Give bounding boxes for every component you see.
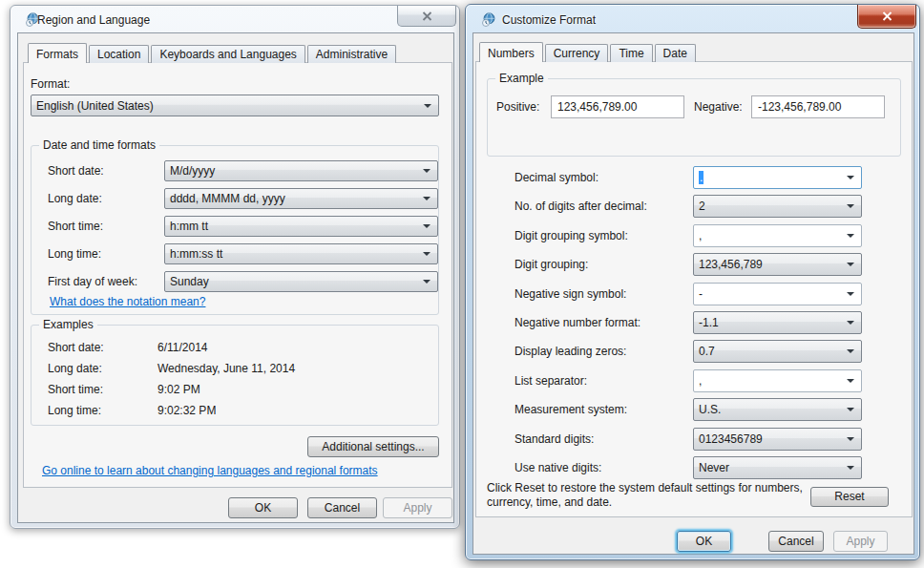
format-label: Format: bbox=[31, 77, 70, 91]
additional-settings-button[interactable]: Additional settings... bbox=[307, 436, 439, 457]
example-value: 9:02 PM bbox=[158, 383, 200, 396]
row-label: Measurement system: bbox=[514, 403, 627, 416]
tab-location[interactable]: Location bbox=[89, 45, 149, 63]
chevron-down-icon bbox=[423, 197, 430, 200]
negative-format-row: Negative number format: -1.1 bbox=[514, 311, 910, 334]
close-icon bbox=[422, 11, 432, 21]
chevron-down-icon bbox=[847, 408, 854, 411]
tab-administrative[interactable]: Administrative bbox=[307, 45, 396, 63]
chevron-down-icon bbox=[847, 466, 854, 470]
tab-keyboards-languages[interactable]: Keyboards and Languages bbox=[151, 45, 304, 63]
example-value: Wednesday, June 11, 2014 bbox=[158, 362, 295, 375]
tab-formats[interactable]: Formats bbox=[28, 43, 87, 63]
use-native-digits-combo[interactable]: Never bbox=[693, 456, 862, 479]
example-label: Long time: bbox=[48, 404, 101, 417]
tab-numbers[interactable]: Numbers bbox=[479, 42, 543, 62]
long-time-row: Long time: h:mm:ss tt bbox=[48, 243, 439, 264]
short-date-combo[interactable]: M/d/yyyy bbox=[164, 160, 438, 181]
chevron-down-icon bbox=[847, 204, 854, 208]
negative-example-field[interactable]: -123,456,789.00 bbox=[751, 95, 885, 118]
close-button[interactable] bbox=[857, 5, 916, 29]
digits-after-decimal-row: No. of digits after decimal: 2 bbox=[514, 195, 910, 218]
format-value: English (United States) bbox=[36, 99, 154, 113]
decimal-symbol-combo[interactable]: . bbox=[693, 166, 862, 189]
example-label: Short date: bbox=[48, 341, 104, 354]
chevron-down-icon bbox=[847, 379, 854, 383]
close-icon bbox=[882, 11, 892, 21]
chevron-down-icon bbox=[847, 349, 854, 353]
close-button[interactable] bbox=[397, 6, 456, 27]
format-combo[interactable]: English (United States) bbox=[31, 95, 439, 116]
display-leading-zeros-combo[interactable]: 0.7 bbox=[693, 340, 862, 363]
example-label: Short time: bbox=[48, 383, 103, 396]
go-online-link[interactable]: Go online to learn about changing langua… bbox=[42, 464, 378, 477]
chevron-down-icon bbox=[847, 263, 854, 266]
cancel-button[interactable]: Cancel bbox=[307, 497, 377, 518]
first-day-combo[interactable]: Sunday bbox=[164, 271, 438, 292]
region-dialog-body: Formats Location Keyboards and Languages… bbox=[17, 32, 454, 523]
digit-grouping-symbol-combo[interactable]: , bbox=[693, 224, 862, 247]
digits-after-decimal-combo[interactable]: 2 bbox=[693, 195, 862, 218]
window-title: Customize Format bbox=[502, 13, 596, 27]
row-label: Digit grouping symbol: bbox=[514, 229, 628, 242]
reset-button[interactable]: Reset bbox=[810, 487, 889, 507]
tab-time[interactable]: Time bbox=[610, 44, 652, 62]
long-time-combo[interactable]: h:mm:ss tt bbox=[164, 243, 438, 264]
native-digits-row: Use native digits: Never bbox=[514, 456, 910, 479]
row-label: Use native digits: bbox=[514, 461, 601, 474]
region-titlebar[interactable]: Region and Language bbox=[10, 6, 459, 32]
row-label: Standard digits: bbox=[514, 432, 594, 446]
row-label: Negative number format: bbox=[514, 316, 640, 329]
reset-description: Click Reset to restore the system defaul… bbox=[487, 481, 819, 510]
group-title: Example bbox=[495, 72, 548, 85]
window-title: Region and Language bbox=[37, 13, 150, 27]
cancel-button[interactable]: Cancel bbox=[768, 531, 824, 552]
long-date-combo[interactable]: dddd, MMMM dd, yyyy bbox=[164, 188, 438, 209]
short-time-row: Short time: h:mm tt bbox=[48, 216, 439, 237]
digit-grouping-combo[interactable]: 123,456,789 bbox=[693, 253, 862, 276]
chevron-down-icon bbox=[423, 252, 430, 256]
tab-date[interactable]: Date bbox=[655, 44, 696, 62]
negative-sign-combo[interactable]: - bbox=[693, 283, 862, 305]
list-separator-combo[interactable]: , bbox=[693, 369, 862, 392]
apply-button[interactable]: Apply bbox=[833, 531, 888, 552]
tab-currency[interactable]: Currency bbox=[545, 44, 609, 62]
row-label: Long time: bbox=[48, 247, 101, 261]
region-language-window: Region and Language Formats Location Key… bbox=[10, 5, 460, 529]
example-value: 6/11/2014 bbox=[158, 341, 208, 354]
desktop: Region and Language Formats Location Key… bbox=[0, 0, 924, 568]
negative-label: Negative: bbox=[694, 100, 743, 114]
chevron-down-icon bbox=[847, 437, 854, 441]
globe-clock-icon bbox=[481, 12, 496, 28]
chevron-down-icon bbox=[423, 224, 430, 228]
chevron-down-icon bbox=[424, 104, 431, 108]
negative-number-format-combo[interactable]: -1.1 bbox=[693, 311, 862, 334]
notation-help-link[interactable]: What does the notation mean? bbox=[50, 295, 205, 308]
negative-sign-row: Negative sign symbol: - bbox=[514, 283, 910, 305]
ok-button[interactable]: OK bbox=[228, 497, 298, 518]
apply-button[interactable]: Apply bbox=[383, 497, 452, 518]
chevron-down-icon bbox=[847, 292, 854, 296]
standard-digits-row: Standard digits: 0123456789 bbox=[514, 428, 910, 451]
customize-titlebar[interactable]: Customize Format bbox=[466, 5, 919, 32]
example-value: 9:02:32 PM bbox=[158, 404, 216, 417]
row-label: Long date: bbox=[48, 192, 102, 205]
standard-digits-combo[interactable]: 0123456789 bbox=[693, 428, 862, 451]
list-separator-row: List separator: , bbox=[514, 369, 910, 392]
chevron-down-icon bbox=[423, 169, 430, 173]
customize-dialog-body: Numbers Currency Time Date Example Posit… bbox=[472, 32, 914, 555]
short-time-combo[interactable]: h:mm tt bbox=[164, 216, 438, 237]
positive-example-field[interactable]: 123,456,789.00 bbox=[551, 95, 684, 118]
row-label: Display leading zeros: bbox=[514, 345, 626, 358]
customize-tab-strip: Numbers Currency Time Date bbox=[479, 42, 698, 62]
measurement-system-combo[interactable]: U.S. bbox=[693, 398, 862, 421]
row-label: No. of digits after decimal: bbox=[514, 200, 647, 213]
group-title: Date and time formats bbox=[39, 138, 159, 152]
chevron-down-icon bbox=[847, 321, 854, 325]
first-day-row: First day of week: Sunday bbox=[48, 271, 439, 292]
row-label: First day of week: bbox=[48, 275, 137, 288]
chevron-down-icon bbox=[847, 234, 854, 238]
ok-button[interactable]: OK bbox=[677, 531, 731, 552]
row-label: Digit grouping: bbox=[514, 258, 588, 271]
long-date-row: Long date: dddd, MMMM dd, yyyy bbox=[48, 188, 439, 209]
